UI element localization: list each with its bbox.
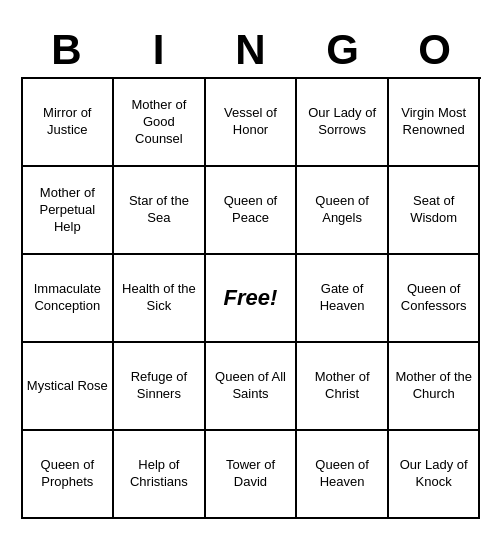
bingo-card: BINGO Mirror of JusticeMother of Good Co… — [11, 15, 491, 529]
bingo-cell: Our Lady of Sorrows — [297, 79, 389, 167]
bingo-cell: Virgin Most Renowned — [389, 79, 481, 167]
bingo-cell: Vessel of Honor — [206, 79, 298, 167]
bingo-cell: Gate of Heaven — [297, 255, 389, 343]
bingo-grid: Mirror of JusticeMother of Good CounselV… — [21, 77, 481, 519]
bingo-cell: Mother of Christ — [297, 343, 389, 431]
bingo-cell: Queen of All Saints — [206, 343, 298, 431]
bingo-letter: B — [21, 25, 113, 75]
bingo-cell: Mother of Perpetual Help — [23, 167, 115, 255]
bingo-header: BINGO — [21, 25, 481, 75]
free-cell: Free! — [206, 255, 298, 343]
bingo-cell: Mirror of Justice — [23, 79, 115, 167]
bingo-cell: Star of the Sea — [114, 167, 206, 255]
bingo-cell: Immaculate Conception — [23, 255, 115, 343]
bingo-cell: Queen of Angels — [297, 167, 389, 255]
bingo-letter: G — [297, 25, 389, 75]
bingo-cell: Queen of Heaven — [297, 431, 389, 519]
bingo-cell: Tower of David — [206, 431, 298, 519]
bingo-cell: Queen of Prophets — [23, 431, 115, 519]
bingo-cell: Queen of Peace — [206, 167, 298, 255]
bingo-cell: Help of Christians — [114, 431, 206, 519]
bingo-cell: Mother of the Church — [389, 343, 481, 431]
bingo-cell: Refuge of Sinners — [114, 343, 206, 431]
bingo-letter: N — [205, 25, 297, 75]
bingo-cell: Seat of Wisdom — [389, 167, 481, 255]
bingo-cell: Health of the Sick — [114, 255, 206, 343]
bingo-cell: Queen of Confessors — [389, 255, 481, 343]
bingo-cell: Our Lady of Knock — [389, 431, 481, 519]
bingo-cell: Mother of Good Counsel — [114, 79, 206, 167]
bingo-cell: Mystical Rose — [23, 343, 115, 431]
bingo-letter: I — [113, 25, 205, 75]
bingo-letter: O — [389, 25, 481, 75]
